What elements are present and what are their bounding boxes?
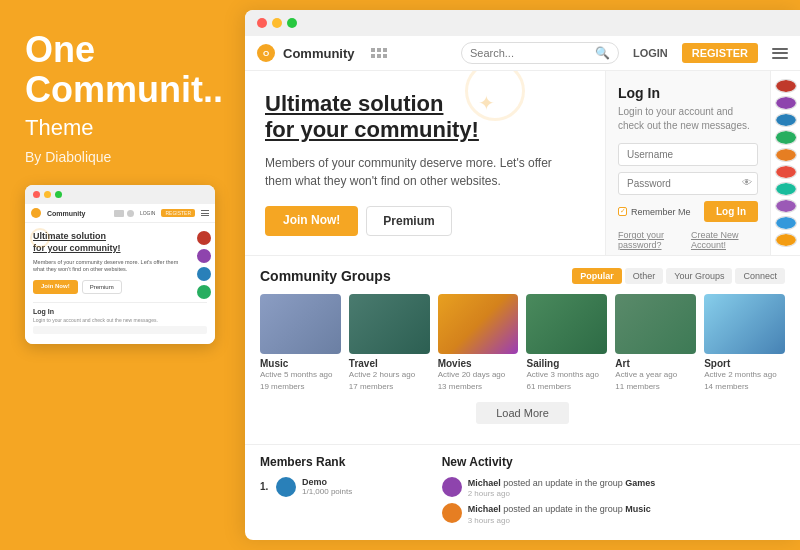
group-card-movies[interactable]: Movies Active 20 days ago13 members xyxy=(438,294,519,391)
filter-tab-other[interactable]: Other xyxy=(625,268,664,284)
filter-tabs: Popular Other Your Groups Connect xyxy=(572,268,785,284)
groups-grid: Music Active 5 months ago19 members Trav… xyxy=(260,294,785,391)
mini-avatar xyxy=(197,249,211,263)
search-input[interactable] xyxy=(470,47,590,59)
group-image-sport xyxy=(704,294,785,354)
group-image-travel xyxy=(349,294,430,354)
hero-subtitle: Members of your community deserve more. … xyxy=(265,154,565,190)
search-bar[interactable]: 🔍 xyxy=(461,42,619,64)
avatar-5 xyxy=(775,148,797,162)
password-input[interactable] xyxy=(618,172,758,195)
hero-deco-star: ✦ xyxy=(478,91,495,115)
mini-login-desc: Login to your account and check out the … xyxy=(33,317,207,323)
members-rank-title: Members Rank xyxy=(260,455,432,469)
mini-search-icon xyxy=(127,210,134,217)
groups-title: Community Groups xyxy=(260,268,391,284)
avatar-4 xyxy=(775,130,797,144)
nav-register-btn[interactable]: REGISTER xyxy=(682,43,758,63)
activity-content-1: Michael posted an update in the group Ga… xyxy=(468,477,656,499)
rank-points-1: 1/1,000 points xyxy=(302,487,352,496)
group-card-music[interactable]: Music Active 5 months ago19 members xyxy=(260,294,341,391)
nav-login-btn[interactable]: LOGIN xyxy=(627,47,674,59)
mini-join-btn[interactable]: Join Now! xyxy=(33,280,78,294)
mini-dot-yellow xyxy=(44,191,51,198)
login-submit-btn[interactable]: Log In xyxy=(704,201,758,222)
activity-time-1: 2 hours ago xyxy=(468,489,656,498)
group-name-travel: Travel xyxy=(349,358,430,369)
avatar-9 xyxy=(775,216,797,230)
mini-hamburger-icon xyxy=(201,210,209,216)
mini-traffic-lights xyxy=(25,185,215,204)
username-input[interactable] xyxy=(618,143,758,166)
logo-dot: O xyxy=(257,44,275,62)
tl-dot-green xyxy=(287,18,297,28)
group-meta-music: Active 5 months ago19 members xyxy=(260,369,341,391)
activity-time-2: 3 hours ago xyxy=(468,516,651,525)
group-image-movies xyxy=(438,294,519,354)
filter-tab-connect[interactable]: Connect xyxy=(735,268,785,284)
hero-section: ✦ Ultimate solution for your community! … xyxy=(245,71,605,255)
login-title: Log In xyxy=(618,85,758,101)
login-sidebar: Log In Login to your account and check o… xyxy=(605,71,770,255)
join-now-button[interactable]: Join Now! xyxy=(265,206,358,236)
mini-login-section: Log In Login to your account and check o… xyxy=(33,302,207,334)
tl-dot-yellow xyxy=(272,18,282,28)
remember-label: Remember Me xyxy=(631,207,691,217)
activity-content-2: Michael posted an update in the group Mu… xyxy=(468,503,651,525)
filter-tab-your-groups[interactable]: Your Groups xyxy=(666,268,732,284)
rank-name-1: Demo xyxy=(302,477,352,487)
mini-avatar xyxy=(197,267,211,281)
load-more-btn[interactable]: Load More xyxy=(476,402,569,424)
rank-avatar-1 xyxy=(276,477,296,497)
create-account-link[interactable]: Create New Account! xyxy=(691,230,758,250)
main-content: ✦ Ultimate solution for your community! … xyxy=(245,71,800,255)
hamburger-icon[interactable] xyxy=(772,48,788,59)
remember-row: Remember Me Log In xyxy=(618,201,758,222)
mini-premium-btn[interactable]: Premium xyxy=(82,280,122,294)
search-icon: 🔍 xyxy=(595,46,610,60)
mini-avatar xyxy=(197,285,211,299)
premium-button[interactable]: Premium xyxy=(366,206,451,236)
activity-item-1: Michael posted an update in the group Ga… xyxy=(442,477,785,499)
forgot-password-link[interactable]: Forgot your password? xyxy=(618,230,691,250)
left-panel: One Communit.. Theme By Diabolique Commu… xyxy=(0,0,245,550)
avatar-3 xyxy=(775,113,797,127)
group-card-sport[interactable]: Sport Active 2 months ago14 members xyxy=(704,294,785,391)
group-card-travel[interactable]: Travel Active 2 hours ago17 members xyxy=(349,294,430,391)
mini-navbar: Community LOGIN REGISTER xyxy=(25,204,215,223)
mini-login-title: Log In xyxy=(33,308,207,315)
activity-text-2: Michael posted an update in the group Mu… xyxy=(468,503,651,516)
mini-username-input[interactable] xyxy=(33,326,207,334)
login-links: Forgot your password? Create New Account… xyxy=(618,230,758,250)
mini-preview: Community LOGIN REGISTER Ultimate soluti… xyxy=(25,185,215,344)
group-name-art: Art xyxy=(615,358,696,369)
avatar-2 xyxy=(775,96,797,110)
group-meta-art: Active a year ago11 members xyxy=(615,369,696,391)
group-card-art[interactable]: Art Active a year ago11 members xyxy=(615,294,696,391)
group-image-sailing xyxy=(526,294,607,354)
avatar-7 xyxy=(775,182,797,196)
groups-header: Community Groups Popular Other Your Grou… xyxy=(260,268,785,284)
traffic-lights xyxy=(245,10,800,36)
avatar-10 xyxy=(775,233,797,247)
logo-text: Community xyxy=(283,46,355,61)
left-subtitle: Theme xyxy=(25,115,220,141)
remember-checkbox[interactable] xyxy=(618,207,627,216)
filter-tab-popular[interactable]: Popular xyxy=(572,268,622,284)
mini-avatars xyxy=(197,231,211,301)
rank-number-1: 1. xyxy=(260,481,270,492)
left-title: One Communit.. xyxy=(25,30,220,109)
mini-logo-dot xyxy=(31,208,41,218)
mini-avatar xyxy=(197,231,211,245)
grid-icon[interactable] xyxy=(371,48,387,58)
mini-register-btn: REGISTER xyxy=(161,209,195,217)
group-image-art xyxy=(615,294,696,354)
group-image-music xyxy=(260,294,341,354)
group-card-sailing[interactable]: Sailing Active 3 months ago61 members xyxy=(526,294,607,391)
new-activity: New Activity Michael posted an update in… xyxy=(442,455,785,530)
eye-icon: 👁 xyxy=(742,177,752,188)
rank-item-1: 1. Demo 1/1,000 points xyxy=(260,477,432,497)
password-wrap: 👁 xyxy=(618,172,758,201)
activity-item-2: Michael posted an update in the group Mu… xyxy=(442,503,785,525)
group-meta-sailing: Active 3 months ago61 members xyxy=(526,369,607,391)
